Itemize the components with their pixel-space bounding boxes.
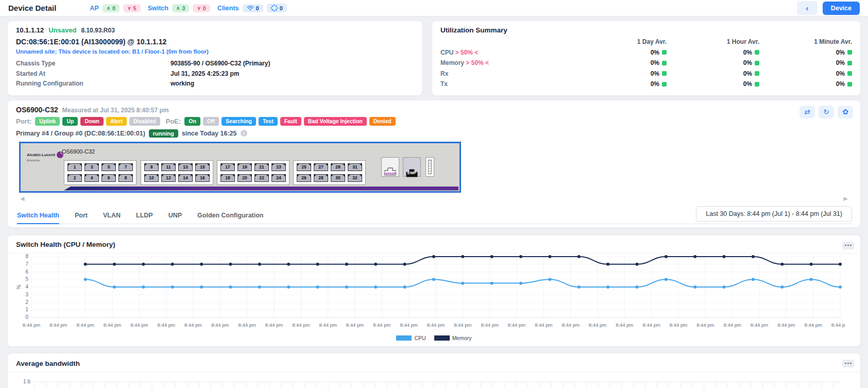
status-ok-indicator bbox=[662, 50, 667, 55]
switch-port-7[interactable]: 7 bbox=[118, 163, 133, 171]
switch-port-9[interactable]: 9 bbox=[144, 163, 159, 171]
bandwidth-menu-button[interactable] bbox=[842, 360, 854, 367]
stat-pill-cluster[interactable]: 0 bbox=[267, 4, 287, 12]
legend-badge-searching: Searching bbox=[222, 117, 256, 126]
svg-text:8:44 pm: 8:44 pm bbox=[535, 322, 552, 328]
poe-legend-label: PoE: bbox=[166, 117, 181, 125]
tab-switch-health[interactable]: Switch Health bbox=[17, 210, 59, 224]
usb-port[interactable] bbox=[426, 157, 434, 177]
port-legend-label: Port: bbox=[16, 117, 31, 125]
tab-lldp[interactable]: LLDP bbox=[136, 210, 153, 224]
status-ok-indicator bbox=[847, 50, 852, 55]
switch-port-20[interactable]: 20 bbox=[237, 174, 252, 182]
switch-port-8[interactable]: 8 bbox=[118, 174, 133, 182]
svg-text:8:44 pm: 8:44 pm bbox=[481, 322, 499, 328]
tab-port[interactable]: Port bbox=[75, 210, 88, 224]
utilization-value: 0% bbox=[667, 70, 759, 77]
switch-port-29[interactable]: 29 bbox=[331, 163, 345, 171]
switch-health-chart: 012345678%8:44 pm8:44 pm8:44 pm8:44 pm8:… bbox=[16, 254, 852, 334]
switch-port-5[interactable]: 5 bbox=[101, 163, 116, 171]
stat-label: AP bbox=[90, 5, 98, 12]
stat-pill-up[interactable]: ∧3 bbox=[172, 4, 189, 12]
stat-pill-wifi[interactable]: 0 bbox=[243, 4, 263, 12]
svg-text:7: 7 bbox=[25, 261, 28, 266]
switch-chassis-view[interactable]: Alcatel-Lucent Enterprise OS6900-C32 135… bbox=[19, 142, 461, 193]
switch-port-15[interactable]: 15 bbox=[195, 163, 210, 171]
back-button[interactable]: ‹ bbox=[797, 1, 818, 15]
switch-port-6[interactable]: 6 bbox=[101, 174, 116, 182]
svg-text:0: 0 bbox=[25, 314, 28, 320]
switch-port-12[interactable]: 12 bbox=[161, 174, 176, 182]
switch-port-2[interactable]: 2 bbox=[67, 174, 82, 182]
svg-text:3: 3 bbox=[25, 291, 28, 297]
switch-port-22[interactable]: 22 bbox=[254, 174, 269, 182]
switch-port-10[interactable]: 10 bbox=[144, 174, 159, 182]
svg-text:2: 2 bbox=[25, 299, 28, 305]
switch-port-32[interactable]: 32 bbox=[348, 174, 362, 182]
brand-logo: Alcatel-Lucent Enterprise bbox=[27, 151, 63, 162]
switch-port-28[interactable]: 28 bbox=[314, 174, 328, 182]
svg-text:8:44 pm: 8:44 pm bbox=[508, 322, 525, 328]
refresh-icon: ↻ bbox=[823, 108, 829, 116]
svg-text:8:44 pm: 8:44 pm bbox=[643, 322, 660, 328]
tab-unp[interactable]: UNP bbox=[168, 210, 182, 224]
utilization-card: Utilization Summary 1 Day Avr.1 Hour Avr… bbox=[432, 21, 861, 96]
console-port[interactable]: console bbox=[381, 157, 399, 177]
switch-port-4[interactable]: 4 bbox=[84, 174, 99, 182]
emp-port[interactable]: EMP bbox=[403, 157, 421, 177]
switch-port-19[interactable]: 19 bbox=[237, 163, 252, 171]
switch-port-1[interactable]: 1 bbox=[67, 163, 82, 171]
legend-swatch bbox=[396, 335, 412, 341]
stat-group-switch: Switch∧3∨0 bbox=[148, 4, 210, 12]
switch-port-27[interactable]: 27 bbox=[314, 163, 328, 171]
device-button[interactable]: Device bbox=[823, 2, 860, 15]
switch-port-17[interactable]: 17 bbox=[220, 163, 235, 171]
tab-golden-configuration[interactable]: Golden Configuration bbox=[197, 210, 263, 224]
legend-badge-off: Off bbox=[203, 117, 219, 126]
usb-slot-icon bbox=[428, 160, 432, 174]
switch-port-23[interactable]: 23 bbox=[271, 163, 286, 171]
info-icon[interactable]: i bbox=[241, 130, 247, 137]
utilization-table: 1 Day Avr.1 Hour Avr.1 Minute Avr.CPU > … bbox=[440, 38, 852, 88]
settings-flower-icon: ✿ bbox=[842, 108, 848, 116]
svg-text:8:44 pm: 8:44 pm bbox=[319, 322, 337, 328]
date-range-selector[interactable]: Last 30 Days: 8:44 pm (Jul 1) - 8:44 pm … bbox=[696, 206, 852, 222]
switch-port-16[interactable]: 16 bbox=[195, 174, 210, 182]
utilization-column-header: 1 Day Avr. bbox=[574, 38, 667, 45]
switch-port-11[interactable]: 11 bbox=[161, 163, 176, 171]
refresh-button[interactable]: ↻ bbox=[819, 106, 834, 119]
settings-button[interactable]: ✿ bbox=[838, 106, 853, 119]
switch-port-31[interactable]: 31 bbox=[348, 163, 362, 171]
legend-badge-disabled: Disabled bbox=[129, 117, 160, 126]
port-group-2: 911131510121416 bbox=[141, 160, 213, 185]
tab-vlan[interactable]: VLAN bbox=[103, 210, 121, 224]
scroll-left-arrow[interactable]: ◀ bbox=[20, 195, 24, 202]
stat-pill-up[interactable]: ∧0 bbox=[103, 4, 120, 12]
emp-port-label: EMP bbox=[407, 171, 416, 175]
svg-text:8:44 pm: 8:44 pm bbox=[400, 322, 418, 328]
switch-port-25[interactable]: 25 bbox=[297, 163, 311, 171]
stat-pill-down[interactable]: ∨5 bbox=[123, 4, 140, 12]
switch-port-3[interactable]: 3 bbox=[84, 163, 99, 171]
chart-menu-button[interactable] bbox=[842, 242, 854, 249]
utilization-value: 0% bbox=[667, 59, 759, 66]
stat-pill-down[interactable]: ∨0 bbox=[193, 4, 210, 12]
legend-badge-denied: Denied bbox=[369, 117, 396, 126]
port-group-1: 13572468 bbox=[64, 160, 137, 185]
running-status-badge: running bbox=[149, 129, 178, 138]
utilization-value: 0% bbox=[574, 70, 667, 77]
switch-port-21[interactable]: 21 bbox=[254, 163, 269, 171]
switch-port-24[interactable]: 24 bbox=[271, 174, 286, 182]
device-info-card: 10.1.1.12 Unsaved 8.10.93.R03 DC:08:56:1… bbox=[7, 21, 422, 96]
utilization-value: 0% bbox=[667, 80, 759, 88]
switch-port-18[interactable]: 18 bbox=[220, 174, 235, 182]
switch-port-26[interactable]: 26 bbox=[297, 174, 311, 182]
switch-port-13[interactable]: 13 bbox=[178, 163, 193, 171]
device-location-link[interactable]: Unnamed site; This device is located on:… bbox=[16, 48, 414, 55]
switch-port-14[interactable]: 14 bbox=[178, 174, 193, 182]
utilization-value: 0% bbox=[574, 59, 667, 66]
swap-view-button[interactable]: ⇄ bbox=[799, 106, 815, 119]
switch-port-30[interactable]: 30 bbox=[331, 174, 345, 182]
page-title: Device Detail bbox=[8, 4, 56, 12]
scroll-right-arrow[interactable]: ▶ bbox=[844, 195, 848, 202]
